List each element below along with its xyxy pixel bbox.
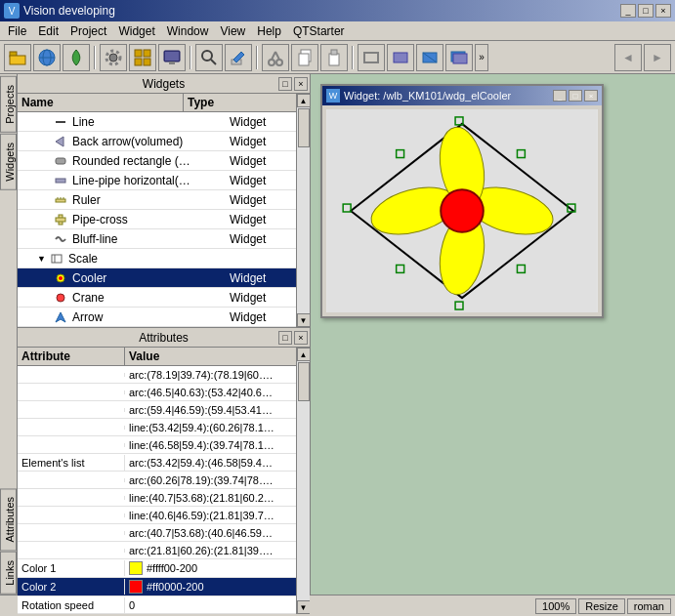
status-resize[interactable]: Resize <box>578 598 625 614</box>
widget-titlebar: W Widget: /wlb_KM101/wdg_elCooler _ □ × <box>322 86 602 105</box>
widget-window-title: Widget: /wlb_KM101/wdg_elCooler <box>344 90 511 102</box>
attributes-scroll-down-btn[interactable]: ▼ <box>297 600 311 614</box>
attr-row-10[interactable]: arc:(21.81|60.26):(21.81|39…. <box>18 542 296 559</box>
attr-row-2[interactable]: arc:(59.4|46.59):(59.4|53.41… <box>18 401 296 419</box>
tb-grid-button[interactable] <box>129 44 156 71</box>
nav-back-button[interactable]: ◄ <box>614 44 642 71</box>
widget-canvas <box>326 109 598 312</box>
attr-value-0: arc:(78.19|39.74):(78.19|60…. <box>125 367 296 383</box>
maximize-button[interactable]: □ <box>638 4 654 18</box>
widget-row-arrow[interactable]: Arrow Widget <box>18 308 296 327</box>
tb-copy-button[interactable] <box>291 44 318 71</box>
menu-qtstarter[interactable]: QTStarter <box>287 23 351 39</box>
nav-forward-button[interactable]: ► <box>644 44 671 71</box>
tb-edit-button[interactable] <box>225 44 252 71</box>
tb-paste-button[interactable] <box>320 44 348 71</box>
widget-window: W Widget: /wlb_KM101/wdg_elCooler _ □ × <box>320 84 604 318</box>
widgets-panel-title: Widgets <box>143 77 185 91</box>
widget-row-backarrow[interactable]: Back arrow(volumed) Widget <box>18 132 296 151</box>
menu-view[interactable]: View <box>214 23 251 39</box>
widgets-table: Name Type Line Widget <box>18 94 296 327</box>
attr-row-8[interactable]: line:(40.6|46.59):(21.81|39.7… <box>18 507 296 524</box>
widgets-scroll-thumb[interactable] <box>298 108 310 147</box>
widget-row-rounded[interactable]: Rounded rectangle (… Widget <box>18 151 296 171</box>
widgets-scroll-down-btn[interactable]: ▼ <box>297 313 311 327</box>
widget-window-close-btn[interactable]: × <box>584 90 598 102</box>
svg-line-20 <box>272 52 275 60</box>
tb-overflow-button[interactable]: » <box>475 44 488 71</box>
attributes-panel-close-btn[interactable]: × <box>294 331 308 345</box>
left-side-tabs: Projects Widgets Attributes Links <box>0 74 18 595</box>
attributes-table: Attribute Value arc:(78.19|39.74):(78.19… <box>18 348 296 614</box>
menu-help[interactable]: Help <box>251 23 287 39</box>
widget-type-arrow: Widget <box>228 310 296 324</box>
attributes-scroll-thumb[interactable] <box>298 362 310 401</box>
attr-row-5[interactable]: Element's list arc:(53.42|59.4):(46.58|5… <box>18 454 296 472</box>
widget-row-pipecross[interactable]: Pipe-cross Widget <box>18 210 296 229</box>
widget-type-bluffline: Widget <box>228 232 296 246</box>
attr-row-rotspeed[interactable]: Rotation speed 0 <box>18 596 296 614</box>
widget-row-cooler[interactable]: Cooler Widget <box>18 268 296 288</box>
widgets-panel-header-btns: □ × <box>278 77 308 91</box>
widget-row-scale[interactable]: ▼ Scale <box>18 249 296 268</box>
attr-row-3[interactable]: line:(53.42|59.4):(60.26|78.1… <box>18 419 296 436</box>
menu-edit[interactable]: Edit <box>32 23 64 39</box>
attr-row-0[interactable]: arc:(78.19|39.74):(78.19|60…. <box>18 366 296 384</box>
app-icon: V <box>4 3 20 19</box>
widgets-panel-close-btn[interactable]: × <box>294 77 308 91</box>
attr-row-9[interactable]: arc:(40.7|53.68):(40.6|46.59… <box>18 524 296 542</box>
svg-point-5 <box>109 54 117 62</box>
svg-rect-8 <box>144 50 150 57</box>
tb-monitor-button[interactable] <box>158 44 186 71</box>
attributes-scrollbar[interactable]: ▲ ▼ <box>296 348 310 614</box>
attributes-panel: Attributes □ × Attribute Value a <box>18 328 310 614</box>
widget-name-backarrow: Back arrow(volumed) <box>70 135 228 148</box>
widget-row-bluffline[interactable]: Bluff-line Widget <box>18 229 296 249</box>
widgets-scroll-up-btn[interactable]: ▲ <box>297 94 311 107</box>
status-zoom: 100% <box>535 598 576 614</box>
attr-value-10: arc:(21.81|60.26):(21.81|39…. <box>125 543 296 558</box>
tb-gear-button[interactable] <box>100 44 127 71</box>
widget-row-ruler[interactable]: Ruler Widget <box>18 190 296 210</box>
attributes-tab[interactable]: Attributes <box>0 488 17 551</box>
close-button[interactable]: × <box>655 4 671 18</box>
attributes-scroll-up-btn[interactable]: ▲ <box>297 348 311 361</box>
tb-rect3-button[interactable] <box>416 44 443 71</box>
widget-row-line[interactable]: Line Widget <box>18 112 296 132</box>
menu-project[interactable]: Project <box>64 23 112 39</box>
widget-window-max-btn[interactable]: □ <box>569 90 582 102</box>
left-panel: Widgets □ × Name Type <box>18 74 311 595</box>
tb-globe-button[interactable] <box>33 44 61 71</box>
widgets-panel-restore-btn[interactable]: □ <box>278 77 292 91</box>
tb-leaf-button[interactable] <box>63 44 90 71</box>
attr-row-color1[interactable]: Color 1 #ffff00-200 <box>18 559 296 578</box>
attr-row-6[interactable]: arc:(60.26|78.19):(39.74|78…. <box>18 472 296 489</box>
svg-rect-35 <box>56 179 65 183</box>
attr-row-4[interactable]: line:(46.58|59.4):(39.74|78.1… <box>18 436 296 454</box>
attr-row-7[interactable]: line:(40.7|53.68):(21.81|60.2… <box>18 489 296 507</box>
menu-file[interactable]: File <box>2 23 32 39</box>
widget-name-linepipe: Line-pipe horizontal(… <box>70 174 228 187</box>
tb-cut-button[interactable] <box>262 44 289 71</box>
attr-row-color2[interactable]: Color 2 #ff0000-200 <box>18 578 296 596</box>
tb-search-button[interactable] <box>195 44 223 71</box>
widget-window-min-btn[interactable]: _ <box>553 90 567 102</box>
tb-rect4-button[interactable] <box>445 44 473 71</box>
widget-row-crane[interactable]: Crane Widget <box>18 288 296 308</box>
line-icon <box>53 114 68 130</box>
widgets-scrollbar[interactable]: ▲ ▼ <box>296 94 310 327</box>
minimize-button[interactable]: _ <box>620 4 636 18</box>
tb-rect2-button[interactable] <box>387 44 414 71</box>
widget-name-cooler: Cooler <box>70 271 228 285</box>
widget-row-linepipe[interactable]: Line-pipe horizontal(… Widget <box>18 171 296 190</box>
tb-open-button[interactable] <box>4 44 31 71</box>
attr-name-0 <box>18 373 125 377</box>
links-tab[interactable]: Links <box>0 552 17 595</box>
widgets-tab[interactable]: Widgets <box>0 134 17 190</box>
tb-rect1-button[interactable] <box>358 44 385 71</box>
menu-widget[interactable]: Widget <box>112 23 160 39</box>
attr-row-1[interactable]: arc:(46.5|40.63):(53.42|40.6… <box>18 384 296 401</box>
projects-tab[interactable]: Projects <box>0 76 17 133</box>
menu-window[interactable]: Window <box>161 23 215 39</box>
attributes-panel-restore-btn[interactable]: □ <box>278 331 292 345</box>
